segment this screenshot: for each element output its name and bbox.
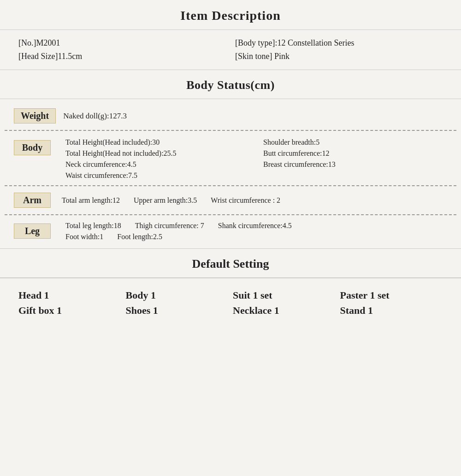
default-item-1: Body 1 Shoes 1 — [126, 288, 229, 318]
arm-total-length: Total arm length:12 — [62, 196, 120, 205]
divider-weight-body — [5, 130, 456, 131]
body-label: Body — [14, 140, 51, 155]
leg-detail-1: Thigh circumference: 7 — [135, 222, 204, 230]
leg-detail-0: Total leg length:18 — [65, 222, 121, 230]
weight-row: Weight Naked doll(g):127.3 — [0, 104, 461, 128]
leg-detail-4: Foot length:2.5 — [117, 233, 162, 241]
body-detail-7 — [263, 171, 447, 180]
default-item-0: Head 1 Gift box 1 — [18, 288, 121, 318]
body-detail-2: Total Height(Head not included):25.5 — [65, 149, 249, 158]
leg-details-col: Total leg length:18 Thigh circumference:… — [65, 222, 447, 241]
arm-row: Arm Total arm length:12 Upper arm length… — [0, 188, 461, 212]
leg-label-col: Leg — [14, 223, 58, 239]
default-item-0-line2: Gift box 1 — [18, 303, 121, 318]
weight-value: Naked doll(g):127.3 — [63, 112, 127, 121]
default-item-2: Suit 1 set Necklace 1 — [233, 288, 336, 318]
body-detail-1: Shoulder breadth:5 — [263, 138, 447, 147]
body-detail-3: Butt circumference:12 — [263, 149, 447, 158]
body-detail-0: Total Height(Head included):30 — [65, 138, 249, 147]
weight-label: Weight — [14, 108, 56, 123]
default-setting-content: Head 1 Gift box 1 Body 1 Shoes 1 Suit 1 … — [0, 278, 461, 332]
leg-label: Leg — [14, 223, 51, 239]
item-info-grid: [No.]M2001 [Body type]:12 Constellation … — [18, 38, 443, 61]
body-label-col: Body — [14, 140, 58, 155]
leg-detail-2: Shank circumference:4.5 — [218, 222, 292, 230]
default-item-1-line1: Body 1 — [126, 288, 229, 303]
arm-label: Arm — [14, 193, 51, 208]
default-item-3: Paster 1 set Stand 1 — [340, 288, 443, 318]
leg-row: Leg Total leg length:18 Thigh circumfere… — [0, 217, 461, 246]
arm-details: Total arm length:12 Upper arm length:3.5… — [62, 196, 280, 205]
divider-body-arm — [5, 185, 456, 186]
body-status-title: Body Status(cm) — [9, 78, 452, 92]
default-setting-title: Default Setting — [9, 257, 452, 271]
leg-detail-row-2: Foot width:1 Foot length:2.5 — [65, 233, 447, 241]
body-status-header: Body Status(cm) — [0, 70, 461, 99]
item-body-type: [Body type]:12 Constellation Series — [235, 38, 443, 48]
default-setting-header: Default Setting — [0, 248, 461, 278]
body-detail-4: Neck circumference:4.5 — [65, 160, 249, 169]
item-head-size: [Head Size]11.5cm — [18, 52, 226, 61]
body-row: Body Total Height(Head included):30 Shou… — [0, 133, 461, 183]
default-item-3-line1: Paster 1 set — [340, 288, 443, 303]
item-description-header: Item Description — [0, 0, 461, 30]
item-skin-tone: [Skin tone] Pink — [235, 52, 443, 61]
divider-arm-leg — [5, 214, 456, 215]
body-status-content: Weight Naked doll(g):127.3 Body Total He… — [0, 99, 461, 246]
item-info-section: [No.]M2001 [Body type]:12 Constellation … — [0, 30, 461, 70]
default-item-2-line2: Necklace 1 — [233, 303, 336, 318]
default-item-3-line2: Stand 1 — [340, 303, 443, 318]
arm-upper-length: Upper arm length:3.5 — [134, 196, 197, 205]
leg-detail-row-1: Total leg length:18 Thigh circumference:… — [65, 222, 447, 230]
leg-detail-3: Foot width:1 — [65, 233, 103, 241]
default-item-2-line1: Suit 1 set — [233, 288, 336, 303]
item-no: [No.]M2001 — [18, 38, 226, 48]
page-title: Item Description — [9, 8, 452, 23]
default-item-0-line1: Head 1 — [18, 288, 121, 303]
arm-wrist-circumference: Wrist circumference : 2 — [211, 196, 280, 205]
body-detail-5: Breast circumference:13 — [263, 160, 447, 169]
body-details-col: Total Height(Head included):30 Shoulder … — [65, 138, 447, 180]
default-setting-grid: Head 1 Gift box 1 Body 1 Shoes 1 Suit 1 … — [18, 288, 443, 318]
body-detail-6: Waist circumference:7.5 — [65, 171, 249, 180]
page-wrapper: Item Description [No.]M2001 [Body type]:… — [0, 0, 461, 332]
default-item-1-line2: Shoes 1 — [126, 303, 229, 318]
